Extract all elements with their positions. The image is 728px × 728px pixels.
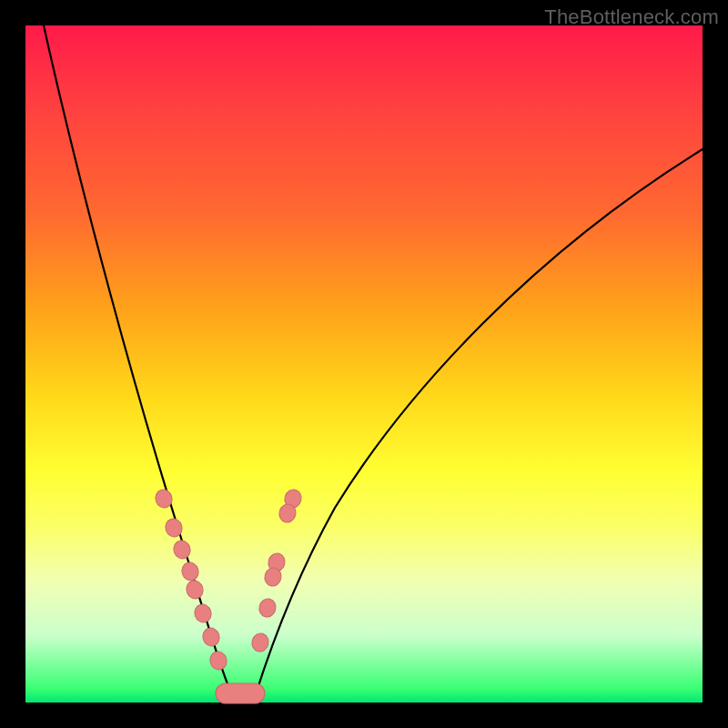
bottom-sausage-marker (216, 683, 265, 703)
marker-dot (192, 602, 213, 625)
marker-dot (179, 561, 200, 583)
gradient-plot-area (25, 25, 703, 703)
left-marker-cluster (153, 488, 228, 672)
marker-dot (171, 539, 192, 561)
marker-dot (258, 597, 278, 619)
right-branch-curve (255, 149, 703, 697)
plot-svg (25, 25, 703, 703)
marker-dot (200, 626, 221, 649)
right-marker-cluster (250, 488, 304, 653)
marker-dot (250, 632, 271, 653)
marker-dot (207, 650, 228, 672)
left-branch-curve (44, 25, 233, 697)
watermark-text: TheBottleneck.com (544, 5, 719, 29)
marker-dot (184, 579, 205, 602)
